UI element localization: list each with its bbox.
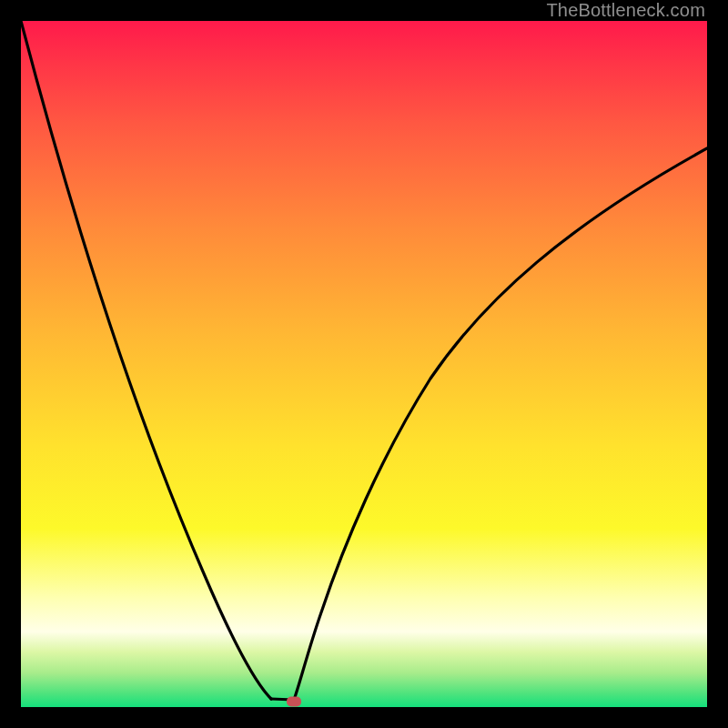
minimum-marker [287,697,301,707]
chart-frame [21,21,707,707]
chart-gradient-background [21,21,707,707]
watermark-text: TheBottleneck.com [546,0,705,21]
